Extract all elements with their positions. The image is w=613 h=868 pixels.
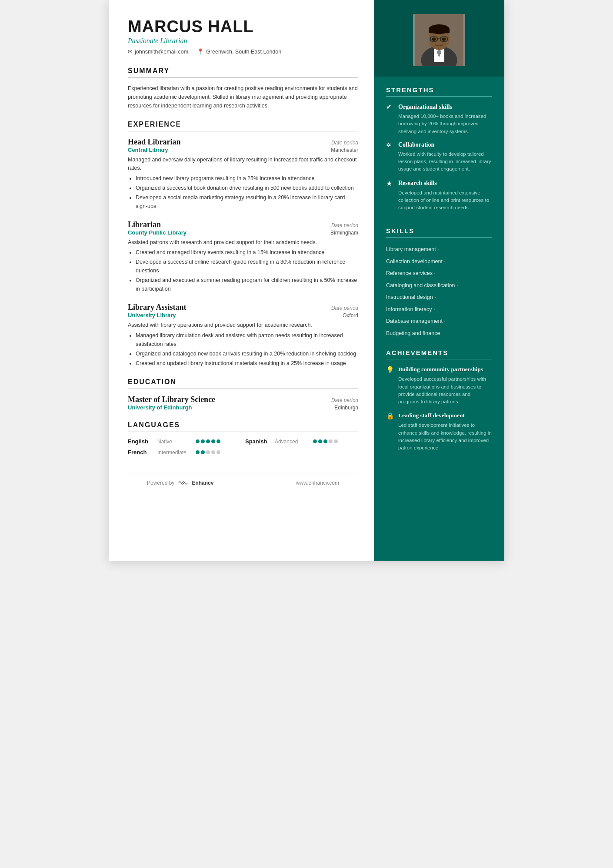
achievement-title-1: Leading staff development <box>398 412 465 420</box>
strengths-title: STRENGTHS <box>386 86 492 94</box>
exp-bullet-2-1: Organized and cataloged new book arrival… <box>136 349 358 358</box>
skill-item-1: Collection development · <box>386 256 492 268</box>
footer-website: www.enhancv.com <box>296 480 339 486</box>
footer-left: Powered by Enhancv <box>147 479 213 486</box>
left-column: MARCUS HALL Passionate Librarian ✉ johns… <box>109 0 374 561</box>
achievement-desc-0: Developed successful partnerships with l… <box>386 375 492 406</box>
edu-degree: Master of Library Science <box>128 395 215 404</box>
achievements-title: ACHIEVEMENTS <box>386 349 492 356</box>
dot-s5 <box>334 439 338 443</box>
achievement-item-1: 🔒 Leading staff development Led staff de… <box>386 412 492 452</box>
lightbulb-icon: 💡 <box>386 366 395 374</box>
lang-level-spanish: Advanced <box>275 439 310 445</box>
strength-item-2: ★ Research skills Developed and maintain… <box>386 179 492 212</box>
education-title: EDUCATION <box>128 378 358 386</box>
brand-name: Enhancv <box>192 480 213 486</box>
skill-item-3: Cataloging and classification · <box>386 280 492 292</box>
experience-divider <box>128 131 358 131</box>
edu-location: Edinburgh <box>334 405 358 411</box>
exp-bullets-2: Managed library circulation desk and ass… <box>128 331 358 368</box>
exp-org-row-0: Central Library Manchester <box>128 147 358 153</box>
skill-item-0: Library management · <box>386 244 492 256</box>
email-icon: ✉ <box>128 48 133 55</box>
achievement-header-1: 🔒 Leading staff development <box>386 412 492 420</box>
strength-title-2: Research skills <box>398 180 437 187</box>
name-block: MARCUS HALL Passionate Librarian <box>128 17 358 45</box>
exp-date-1: Date period <box>331 222 358 228</box>
exp-bullet-0-2: Developed a social media marketing strat… <box>136 193 358 211</box>
skills-title: SKILLS <box>386 227 492 235</box>
edu-block: Master of Library Science Date period Un… <box>128 395 358 411</box>
svg-rect-11 <box>429 29 450 33</box>
dot-e5 <box>217 439 220 443</box>
exp-desc-2: Assisted with library operations and pro… <box>128 321 358 329</box>
skill-item-4: Instructional design · <box>386 292 492 304</box>
skills-list: Library management · Collection developm… <box>386 244 492 339</box>
strength-title-1: Collaboration <box>398 141 434 148</box>
dot-e4 <box>211 439 215 443</box>
contact-location: 📍 Greenwich, South East London <box>197 48 281 55</box>
exp-bullet-0-0: Introduced new library programs resultin… <box>136 174 358 183</box>
exp-bullet-2-2: Created and updated library instructiona… <box>136 359 358 368</box>
dot-s2 <box>318 439 322 443</box>
exp-title-0: Head Librarian <box>128 137 181 147</box>
location-text: Greenwich, South East London <box>206 49 281 55</box>
languages-divider <box>128 432 358 432</box>
exp-header-2: Library Assistant Date period <box>128 303 358 312</box>
achievement-header-0: 💡 Building community partnerships <box>386 365 492 374</box>
contact-email: ✉ johnsmith@email.com <box>128 48 188 55</box>
exp-header-1: Librarian Date period <box>128 220 358 229</box>
lang-level-french: Intermediate <box>157 449 192 456</box>
exp-desc-0: Managed and oversaw daily operations of … <box>128 156 358 172</box>
star-icon: ★ <box>386 179 395 188</box>
footer: Powered by Enhancv www.enhancv.com <box>128 473 358 493</box>
exp-desc-1: Assisted patrons with research and provi… <box>128 238 358 247</box>
dot-s3 <box>323 439 327 443</box>
lang-name-english: English <box>128 438 154 445</box>
summary-text: Experienced librarian with a passion for… <box>128 84 358 110</box>
photo-area <box>374 0 504 77</box>
dot-f1 <box>196 450 200 454</box>
svg-point-8 <box>432 37 436 40</box>
resume-container: MARCUS HALL Passionate Librarian ✉ johns… <box>109 0 504 561</box>
strengths-section: STRENGTHS ✔ Organizational skills Manage… <box>374 77 504 218</box>
strengths-divider <box>386 96 492 97</box>
lang-dots-french <box>196 450 220 454</box>
dot-f4 <box>211 450 215 454</box>
exp-org-row-2: University Library Oxford <box>128 312 358 318</box>
languages-title: LANGUAGES <box>128 421 358 429</box>
exp-location-1: Birmingham <box>330 230 358 236</box>
skill-item-5: Information literacy · <box>386 304 492 316</box>
enhancv-logo-icon <box>177 479 189 486</box>
exp-item-1: Librarian Date period County Public Libr… <box>128 220 358 294</box>
strength-title-0: Organizational skills <box>398 104 452 111</box>
strength-desc-0: Managed 10,000+ books and increased borr… <box>386 113 492 135</box>
collaboration-icon: ✲ <box>386 141 395 149</box>
contact-row: ✉ johnsmith@email.com 📍 Greenwich, South… <box>128 48 358 55</box>
lang-name-spanish: Spanish <box>245 438 271 445</box>
dot-f3 <box>206 450 210 454</box>
full-name: MARCUS HALL <box>128 17 358 36</box>
edu-org: University of Edinburgh <box>128 404 192 411</box>
edu-header: Master of Library Science Date period <box>128 395 358 404</box>
exp-location-2: Oxford <box>343 312 358 318</box>
avatar-image <box>413 14 465 66</box>
avatar <box>413 14 465 66</box>
exp-item-2: Library Assistant Date period University… <box>128 303 358 368</box>
exp-title-2: Library Assistant <box>128 303 187 312</box>
exp-bullet-1-1: Developed a successful online research g… <box>136 258 358 275</box>
email-text: johnsmith@email.com <box>135 49 188 55</box>
dot-e1 <box>196 439 200 443</box>
exp-bullets-1: Created and managed library events resul… <box>128 248 358 293</box>
dot-s4 <box>329 439 333 443</box>
lang-row-french: French Intermediate <box>128 449 241 456</box>
exp-title-1: Librarian <box>128 220 161 229</box>
strength-item-0: ✔ Organizational skills Managed 10,000+ … <box>386 103 492 135</box>
achievements-divider <box>386 359 492 359</box>
svg-point-9 <box>442 37 446 40</box>
skills-divider <box>386 237 492 238</box>
lang-row-english: English Native <box>128 438 241 445</box>
skill-item-6: Database management · <box>386 315 492 328</box>
achievement-title-0: Building community partnerships <box>398 365 483 374</box>
exp-bullet-1-2: Organized and executed a summer reading … <box>136 276 358 293</box>
